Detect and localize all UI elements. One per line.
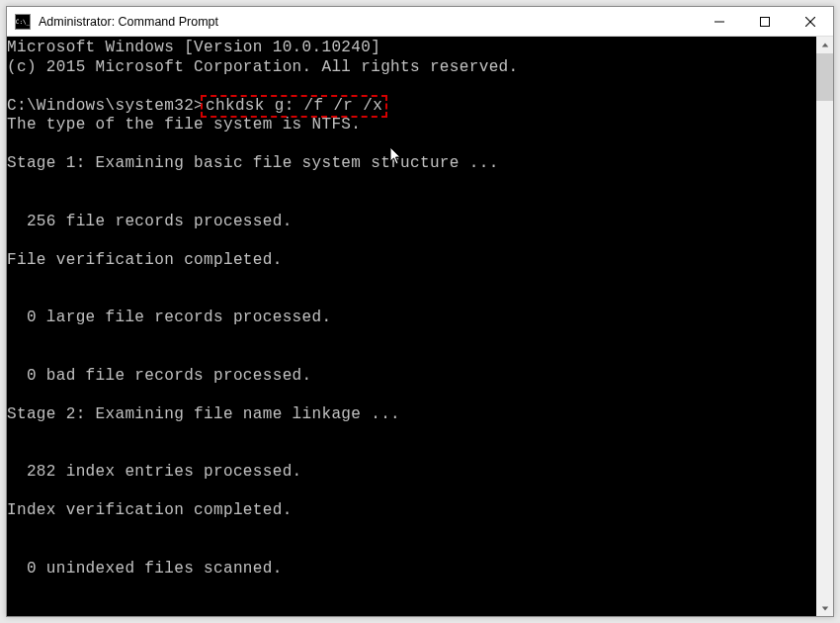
output-line: 0 bad file records processed. bbox=[7, 367, 312, 385]
close-button[interactable] bbox=[788, 7, 833, 37]
terminal-area: Microsoft Windows [Version 10.0.10240] (… bbox=[7, 37, 833, 616]
output-line: File verification completed. bbox=[7, 251, 283, 269]
output-line: Index verification completed. bbox=[7, 501, 293, 519]
output-line: (c) 2015 Microsoft Corporation. All righ… bbox=[7, 58, 518, 76]
output-line: 0 unindexed files scanned. bbox=[7, 560, 283, 578]
output-line: The type of the file system is NTFS. bbox=[7, 116, 361, 134]
window-controls bbox=[697, 7, 833, 36]
output-line: Stage 2: Examining file name linkage ... bbox=[7, 405, 400, 423]
scroll-down-button[interactable] bbox=[816, 599, 833, 616]
output-line: 0 large file records processed. bbox=[7, 309, 331, 326]
output-line: 256 file records processed. bbox=[7, 213, 293, 230]
scroll-thumb[interactable] bbox=[816, 53, 833, 101]
output-line: 282 index entries processed. bbox=[7, 463, 302, 481]
cmd-icon bbox=[15, 14, 31, 30]
vertical-scrollbar[interactable] bbox=[816, 37, 833, 616]
window-title: Administrator: Command Prompt bbox=[39, 15, 697, 29]
titlebar[interactable]: Administrator: Command Prompt bbox=[7, 7, 833, 37]
terminal-output[interactable]: Microsoft Windows [Version 10.0.10240] (… bbox=[7, 37, 816, 616]
scroll-up-button[interactable] bbox=[816, 37, 833, 53]
maximize-button[interactable] bbox=[742, 7, 788, 37]
minimize-button[interactable] bbox=[697, 7, 742, 37]
output-line: Stage 1: Examining basic file system str… bbox=[7, 154, 499, 172]
output-line: Microsoft Windows [Version 10.0.10240] bbox=[7, 39, 380, 56]
svg-rect-1 bbox=[761, 18, 770, 27]
command-highlight: chkdsk g: /f /r /x bbox=[201, 95, 387, 118]
prompt-path: C:\Windows\system32> bbox=[7, 97, 204, 115]
command-prompt-window: Administrator: Command Prompt Microsoft … bbox=[6, 6, 834, 617]
